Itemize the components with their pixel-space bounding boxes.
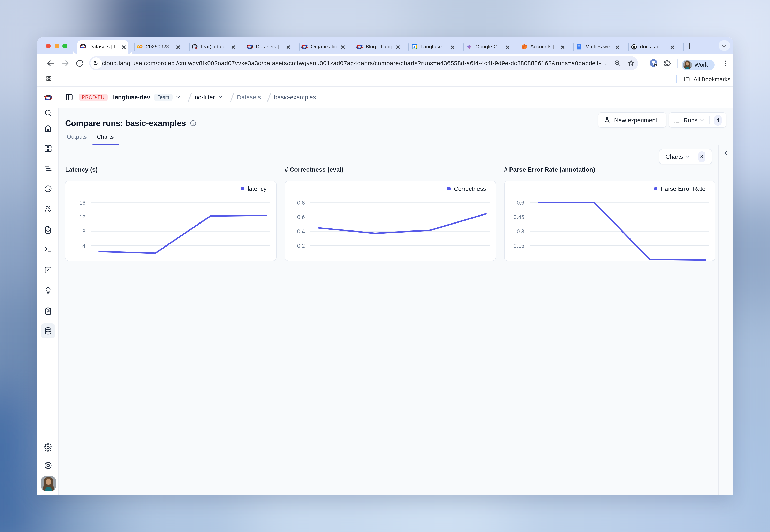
svg-text:6: 6 — [414, 46, 415, 49]
